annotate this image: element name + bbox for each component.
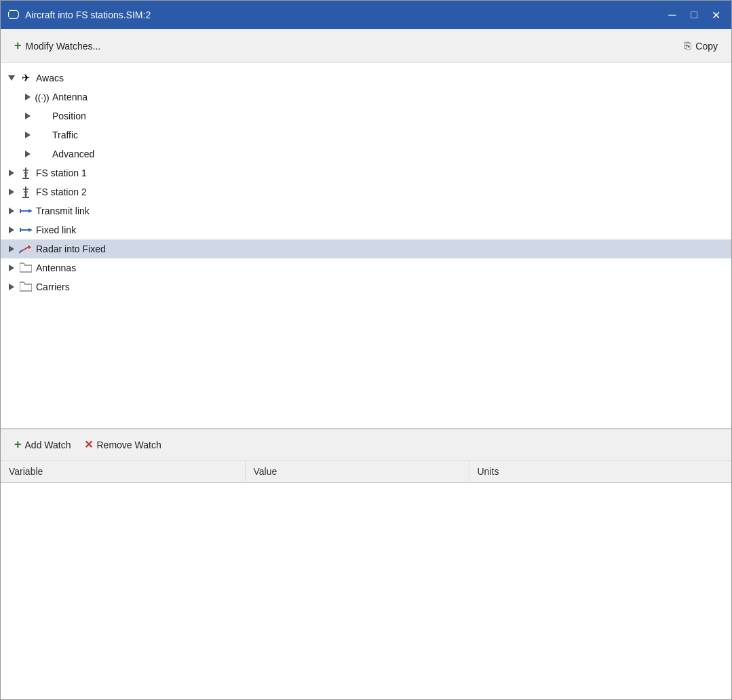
arrow-right-icon [9,170,14,176]
transmit-link-icon [18,203,33,218]
tree-item-radar-into-fixed[interactable]: Radar into Fixed [1,239,731,258]
remove-watch-icon: ✕ [84,438,93,451]
arrow-down-icon [8,75,15,81]
traffic-icon [35,128,50,142]
awacs-label: Awacs [36,73,64,83]
fs-station-1-icon [18,166,33,180]
copy-label: Copy [695,41,718,52]
title-bar-controls: ─ □ ✕ [662,5,726,25]
remove-watch-button[interactable]: ✕ Remove Watch [79,435,166,454]
arrow-right-icon [25,151,31,157]
antenna-label: Antenna [52,92,88,102]
arrow-right-icon [9,284,14,290]
arrow-right-icon [25,132,31,138]
add-watch-icon: + [14,438,22,452]
toggle-antennas[interactable] [5,261,18,275]
toggle-antenna[interactable] [21,90,35,104]
add-watch-label: Add Watch [25,440,71,450]
watch-table: Variable Value Units [1,461,731,699]
add-watch-button[interactable]: + Add Watch [9,435,76,454]
svg-line-18 [19,250,22,253]
plus-icon: + [14,39,22,53]
tree-item-fs-station-1[interactable]: FS station 1 [1,163,731,182]
toggle-fixed-link[interactable] [5,223,18,237]
awacs-icon: ✈ [18,71,33,85]
radar-into-fixed-label: Radar into Fixed [36,244,106,254]
toggle-radar-into-fixed[interactable] [5,242,18,256]
fs-station-1-label: FS station 1 [36,168,87,178]
toolbar: + Modify Watches... ⎘ Copy [1,29,731,63]
minimize-button[interactable]: ─ [662,5,682,25]
tree-item-carriers[interactable]: Carriers [1,277,731,296]
watch-panel: + Add Watch ✕ Remove Watch Variable Valu… [1,429,731,699]
arrow-right-icon [9,246,14,252]
title-bar: 🖵 Aircraft into FS stations.SIM:2 ─ □ ✕ [1,1,731,29]
remove-watch-label: Remove Watch [96,440,161,450]
toggle-traffic[interactable] [21,128,35,142]
toggle-transmit-link[interactable] [5,204,18,218]
tree-panel: ✈ Awacs ((·)) Antenna Position [1,63,731,429]
tree-item-fixed-link[interactable]: Fixed link [1,220,731,239]
col-header-value: Value [245,461,469,483]
modify-watches-label: Modify Watches... [26,41,101,52]
title-bar-left: 🖵 Aircraft into FS stations.SIM:2 [7,8,151,22]
antennas-label: Antennas [36,262,76,273]
main-window: 🖵 Aircraft into FS stations.SIM:2 ─ □ ✕ … [0,0,732,700]
maximize-button[interactable]: □ [684,5,704,25]
arrow-right-icon [9,189,14,195]
toggle-fs-station-1[interactable] [5,166,18,180]
table-header-row: Variable Value Units [1,461,731,483]
arrow-right-icon [25,113,31,119]
col-header-variable: Variable [1,461,245,483]
fs-station-2-icon [18,184,33,199]
tree-item-traffic[interactable]: Traffic [1,125,731,144]
fixed-link-icon [18,222,33,237]
carriers-folder-icon [18,279,33,294]
toggle-carriers[interactable] [5,280,18,294]
copy-button[interactable]: ⎘ Copy [679,37,723,55]
arrow-right-icon [25,94,31,100]
toggle-fs-station-2[interactable] [5,185,18,199]
toggle-awacs[interactable] [5,71,18,85]
fixed-link-label: Fixed link [36,225,76,235]
traffic-label: Traffic [52,130,78,140]
arrow-right-icon [9,208,14,214]
tree-item-advanced[interactable]: Advanced [1,144,731,163]
svg-marker-12 [28,209,33,213]
close-button[interactable]: ✕ [706,5,726,25]
tree-item-antenna[interactable]: ((·)) Antenna [1,88,731,106]
arrow-right-icon [9,265,14,271]
watch-data-table: Variable Value Units [1,461,731,483]
arrow-right-icon [9,227,14,233]
tree-item-fs-station-2[interactable]: FS station 2 [1,182,731,201]
advanced-icon [35,147,50,161]
main-content: ✈ Awacs ((·)) Antenna Position [1,63,731,699]
carriers-label: Carriers [36,281,70,292]
watch-toolbar: + Add Watch ✕ Remove Watch [1,429,731,461]
modify-watches-button[interactable]: + Modify Watches... [9,36,106,56]
toggle-advanced[interactable] [21,147,35,161]
position-icon [35,109,50,123]
fs-station-2-label: FS station 2 [36,187,87,197]
svg-marker-15 [28,228,33,232]
toggle-position[interactable] [21,109,35,123]
window-icon: 🖵 [7,8,20,22]
copy-icon: ⎘ [685,40,691,52]
tree-item-awacs[interactable]: ✈ Awacs [1,69,731,88]
svg-marker-17 [28,245,31,249]
antenna-icon: ((·)) [35,90,50,104]
antennas-folder-icon [18,260,33,275]
position-label: Position [52,111,86,121]
window-title: Aircraft into FS stations.SIM:2 [25,9,151,20]
tree-item-transmit-link[interactable]: Transmit link [1,201,731,220]
advanced-label: Advanced [52,149,94,159]
tree-item-position[interactable]: Position [1,106,731,125]
col-header-units: Units [469,461,731,483]
transmit-link-label: Transmit link [36,206,90,216]
radar-into-fixed-icon [18,241,33,256]
tree-item-antennas[interactable]: Antennas [1,258,731,277]
